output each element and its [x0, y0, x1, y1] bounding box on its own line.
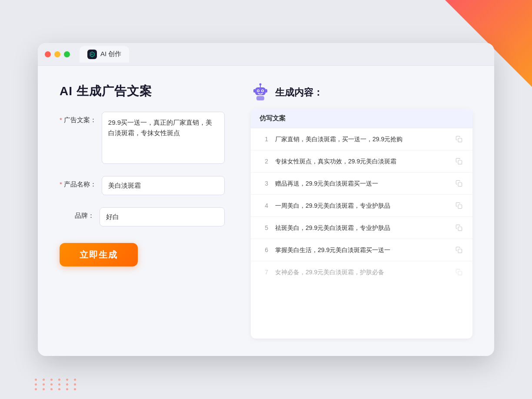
row-text: 掌握美白生活，29.9元美白淡斑霜买一送一 [275, 246, 447, 255]
result-title: 生成内容： [275, 86, 323, 99]
ad-copy-input[interactable]: 29.9买一送一，真正的厂家直销，美白淡斑霜，专抹女性斑点 [102, 112, 225, 164]
row-text: 祛斑美白，29.9元美白淡斑霜，专业护肤品 [275, 223, 447, 233]
table-row: 6掌握美白生活，29.9元美白淡斑霜买一送一 [251, 239, 472, 261]
copy-icon[interactable] [454, 267, 464, 277]
table-row: 3赠品再送，29.9元美白淡斑霜买一送一 [251, 173, 472, 195]
copy-icon[interactable] [454, 179, 464, 188]
minimize-button[interactable] [54, 51, 60, 57]
generate-button[interactable]: 立即生成 [60, 243, 138, 266]
svg-point-8 [262, 90, 263, 92]
svg-rect-17 [458, 249, 462, 253]
svg-rect-10 [253, 89, 256, 93]
svg-rect-18 [458, 271, 462, 275]
product-name-label: 产品名称： [60, 176, 96, 189]
copy-icon[interactable] [454, 223, 464, 233]
table-row: 7女神必备，29.9元美白淡斑霜，护肤必备 [251, 261, 472, 283]
svg-rect-11 [265, 89, 267, 93]
brand-group: 品牌： [60, 207, 225, 226]
table-row: 1厂家直销，美白淡斑霜，买一送一，29.9元抢购 [251, 128, 472, 150]
robot-icon [251, 83, 270, 102]
svg-point-3 [259, 83, 262, 86]
result-header: 生成内容： [251, 83, 472, 102]
table-header: 仿写文案 [251, 109, 472, 128]
copy-icon[interactable] [454, 245, 464, 255]
svg-rect-15 [458, 205, 462, 209]
row-text: 女神必备，29.9元美白淡斑霜，护肤必备 [275, 268, 447, 277]
row-number: 7 [259, 269, 268, 276]
tab-ai-creation[interactable]: AI AI 创作 [80, 46, 129, 63]
copy-icon[interactable] [454, 134, 464, 144]
row-number: 5 [259, 224, 268, 231]
left-panel: AI 生成广告文案 广告文案： 29.9买一送一，真正的厂家直销，美白淡斑霜，专… [60, 83, 225, 339]
row-number: 3 [259, 180, 268, 187]
title-bar: AI AI 创作 [38, 43, 494, 66]
svg-rect-12 [458, 138, 462, 142]
row-number: 1 [259, 136, 268, 143]
row-text: 厂家直销，美白淡斑霜，买一送一，29.9元抢购 [275, 135, 447, 144]
brand-input[interactable] [100, 207, 225, 226]
svg-rect-13 [458, 160, 462, 164]
svg-point-7 [258, 90, 259, 92]
page-title: AI 生成广告文案 [60, 83, 225, 100]
ai-badge-icon: AI [87, 50, 97, 59]
ad-copy-label: 广告文案： [60, 112, 96, 124]
copy-icon[interactable] [454, 201, 464, 210]
content-area: AI 生成广告文案 广告文案： 29.9买一送一，真正的厂家直销，美白淡斑霜，专… [38, 66, 494, 356]
result-table: 仿写文案 1厂家直销，美白淡斑霜，买一送一，29.9元抢购 2专抹女性斑点，真实… [251, 109, 472, 339]
product-name-input[interactable] [102, 176, 225, 195]
svg-rect-16 [458, 227, 462, 231]
row-text: 赠品再送，29.9元美白淡斑霜买一送一 [275, 179, 447, 188]
table-row: 5祛斑美白，29.9元美白淡斑霜，专业护肤品 [251, 217, 472, 239]
row-number: 6 [259, 246, 268, 253]
row-text: 专抹女性斑点，真实功效，29.9元美白淡斑霜 [275, 157, 447, 166]
ad-copy-group: 广告文案： 29.9买一送一，真正的厂家直销，美白淡斑霜，专抹女性斑点 [60, 112, 225, 164]
traffic-lights [45, 51, 70, 57]
svg-rect-9 [256, 96, 264, 100]
close-button[interactable] [45, 51, 51, 57]
brand-label: 品牌： [60, 207, 94, 220]
table-row: 4一周美白，29.9元美白淡斑霜，专业护肤品 [251, 195, 472, 217]
maximize-button[interactable] [64, 51, 70, 57]
table-body: 1厂家直销，美白淡斑霜，买一送一，29.9元抢购 2专抹女性斑点，真实功效，29… [251, 128, 472, 283]
copy-icon[interactable] [454, 156, 464, 166]
browser-window: AI AI 创作 AI 生成广告文案 广告文案： 29.9买一送一，真正的厂家直… [38, 43, 494, 356]
table-row: 2专抹女性斑点，真实功效，29.9元美白淡斑霜 [251, 150, 472, 173]
row-number: 4 [259, 202, 268, 209]
tab-label: AI 创作 [100, 50, 121, 58]
row-number: 2 [259, 158, 268, 165]
product-name-group: 产品名称： [60, 176, 225, 195]
right-panel: 生成内容： 仿写文案 1厂家直销，美白淡斑霜，买一送一，29.9元抢购 2专抹女… [251, 83, 472, 339]
svg-rect-14 [458, 183, 462, 186]
row-text: 一周美白，29.9元美白淡斑霜，专业护肤品 [275, 201, 447, 210]
svg-text:AI: AI [91, 53, 93, 56]
